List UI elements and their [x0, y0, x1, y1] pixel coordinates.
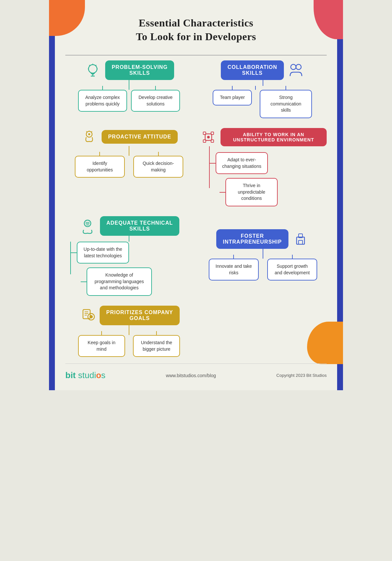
ps-sub1: Analyze complex problems quickly — [78, 90, 127, 112]
proactive-icon — [80, 128, 98, 146]
proactive-sub2: Quick decision-making — [133, 156, 183, 178]
content: PROBLEM-SOLVING SKILLS Analyze complex p… — [65, 60, 327, 357]
infographic: Essential Characteristics To Look for in… — [49, 0, 343, 390]
ability-header: ABILITY TO WORK IN AN UNSTRUCTURED ENVIR… — [199, 128, 327, 146]
collab-header: COLLABORATION SKILLS — [221, 60, 305, 80]
svg-line-14 — [86, 131, 87, 132]
collab-vline1 — [263, 80, 263, 86]
technical-header: ADEQUATE TECHNICAL SKILLS — [79, 216, 179, 236]
title-divider — [65, 55, 327, 56]
goals-block: PRIORITIZES COMPANY GOALS Keep goals in … — [65, 306, 193, 357]
ps-sub2: Develop creative solutions — [131, 90, 180, 112]
svg-point-0 — [89, 65, 97, 73]
ps-vline1 — [129, 80, 129, 86]
goals-sub2: Understand the bigger picture — [133, 335, 180, 357]
collab-branch: Team player Strong communication skills — [212, 86, 314, 118]
proactive-sub1: Identify opportunities — [75, 156, 124, 178]
technical-icon — [79, 217, 97, 235]
proactive-vline — [129, 146, 129, 152]
foster-block: FOSTER INTRAPRENEURSHIP — [199, 229, 327, 280]
goals-sub1: Keep goals in mind — [78, 335, 125, 357]
goals-vline — [129, 325, 129, 331]
svg-point-20 — [207, 136, 210, 138]
goals-branch: Keep goals in mind Understand the bigger… — [78, 331, 180, 357]
problem-solving-label: PROBLEM-SOLVING SKILLS — [105, 60, 174, 80]
row-2: PROACTIVE ATTITUDE Identify opportunitie… — [65, 128, 327, 206]
proactive-label: PROACTIVE ATTITUDE — [102, 130, 178, 144]
svg-point-8 — [291, 64, 296, 70]
footer: bit studios www.bitstudios.com/blog Copy… — [65, 363, 327, 380]
collab-label: COLLABORATION SKILLS — [221, 60, 284, 80]
title-section: Essential Characteristics To Look for in… — [65, 13, 327, 50]
ability-sub1: Adapt to ever-changing situations — [216, 152, 268, 174]
collab-sub1: Team player — [213, 90, 252, 105]
collab-icon — [287, 61, 305, 79]
ability-sub2: Thrive in unpredictable conditions — [225, 178, 278, 206]
foster-icon — [292, 230, 310, 248]
proactive-header: PROACTIVE ATTITUDE — [80, 128, 178, 146]
website: www.bitstudios.com/blog — [166, 373, 216, 378]
left-border — [49, 0, 55, 390]
problem-solving-header: PROBLEM-SOLVING SKILLS — [84, 60, 174, 80]
proactive-block: PROACTIVE ATTITUDE Identify opportunitie… — [65, 128, 193, 178]
empty-col — [199, 306, 327, 345]
proactive-branch: Identify opportunities Quick decision-ma… — [75, 152, 183, 178]
svg-point-9 — [296, 64, 301, 70]
svg-line-13 — [91, 131, 92, 132]
logo-text: bit studios — [65, 370, 106, 380]
problem-solving-block: PROBLEM-SOLVING SKILLS Analyze complex p… — [65, 60, 193, 112]
copyright: Copyright 2023 Bit Studios — [276, 373, 327, 378]
row-1: PROBLEM-SOLVING SKILLS Analyze complex p… — [65, 60, 327, 118]
foster-branch: Innovate and take risks Support growth a… — [209, 255, 317, 280]
collab-sub2: Strong communication skills — [260, 90, 312, 118]
technical-sub2: Knowledge of programming languages and m… — [87, 267, 152, 296]
technical-block: ADEQUATE TECHNICAL SKILLS Up-to-date wit… — [65, 216, 193, 296]
technical-label: ADEQUATE TECHNICAL SKILLS — [100, 216, 179, 236]
goals-icon — [78, 306, 96, 324]
goals-label: PRIORITIZES COMPANY GOALS — [100, 306, 180, 325]
goals-header: PRIORITIZES COMPANY GOALS — [78, 306, 180, 325]
technical-sub1: Up-to-date with the latest technologies — [77, 242, 129, 264]
svg-point-33 — [90, 315, 93, 318]
technical-vline — [129, 236, 129, 242]
svg-line-5 — [89, 65, 90, 66]
foster-header: FOSTER INTRAPRENEURSHIP — [216, 229, 309, 249]
ability-subs: Adapt to ever-changing situations Thrive… — [199, 146, 327, 206]
logo-area: bit studios — [65, 370, 106, 380]
foster-label: FOSTER INTRAPRENEURSHIP — [216, 229, 288, 249]
ability-icon — [199, 128, 217, 146]
technical-subs: Up-to-date with the latest technologies … — [65, 242, 193, 296]
foster-vline — [263, 249, 263, 255]
row-3: ADEQUATE TECHNICAL SKILLS Up-to-date wit… — [65, 216, 327, 296]
svg-point-11 — [88, 133, 90, 135]
svg-line-4 — [96, 65, 96, 66]
collaboration-block: COLLABORATION SKILLS Team player — [199, 60, 327, 118]
ps-branch: Analyze complex problems quickly Develop… — [78, 86, 180, 112]
foster-sub2: Support growth and development — [267, 259, 317, 280]
row-4: PRIORITIZES COMPANY GOALS Keep goals in … — [65, 306, 327, 357]
ability-label: ABILITY TO WORK IN AN UNSTRUCTURED ENVIR… — [220, 128, 327, 146]
ability-block: ABILITY TO WORK IN AN UNSTRUCTURED ENVIR… — [199, 128, 327, 206]
problem-solving-icon — [84, 61, 102, 79]
foster-sub1: Innovate and take risks — [209, 259, 258, 280]
main-title: Essential Characteristics To Look for in… — [65, 16, 327, 43]
